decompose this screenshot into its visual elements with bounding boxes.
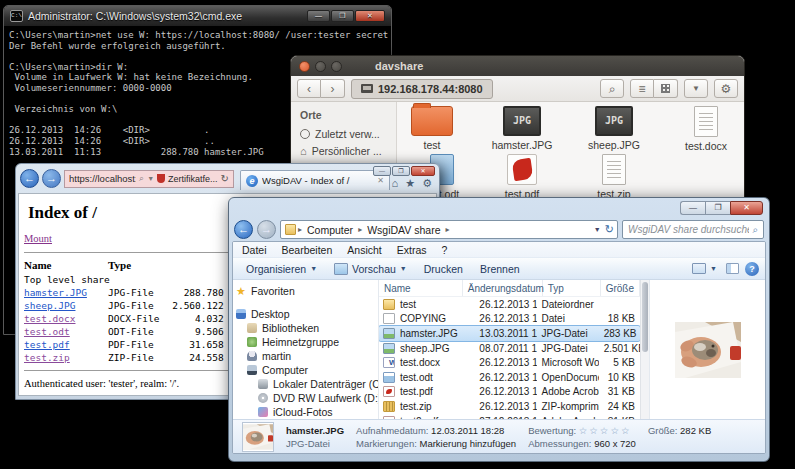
- file-row[interactable]: test.odt26.12.2013 13:55OpenDocument T..…: [379, 370, 640, 385]
- file-link[interactable]: test.zip: [24, 352, 70, 363]
- minimize-icon[interactable]: —: [680, 201, 705, 215]
- file-link[interactable]: sheep.JPG: [24, 300, 75, 311]
- minimize-icon[interactable]: —: [373, 166, 391, 176]
- cmd-titlebar[interactable]: C:\ Administrator: C:\Windows\system32\c…: [4, 6, 391, 26]
- scrollbar-thumb[interactable]: [642, 282, 648, 352]
- scrollbar[interactable]: [640, 280, 649, 419]
- list-view-button[interactable]: ≡: [630, 79, 654, 98]
- file-link[interactable]: test.docx: [24, 313, 75, 324]
- browser-tab[interactable]: e WsgiDAV - Index of / ✕: [240, 170, 390, 190]
- file-row[interactable]: COPYING26.12.2013 16:22Datei18 KB: [379, 312, 640, 327]
- preview-pane-toggle-icon[interactable]: [726, 263, 739, 274]
- file-link[interactable]: hamster.JPG: [24, 287, 87, 298]
- sidebar-item-home[interactable]: ⌂ Persönlicher ...: [300, 145, 396, 157]
- column-size[interactable]: Größe: [601, 280, 640, 296]
- chevron-down-icon[interactable]: ▼: [147, 175, 154, 182]
- file-link[interactable]: test.odt: [24, 326, 70, 337]
- breadcrumb[interactable]: ▸ Computer ▸ WsgiDAV share ▸ ▼ ↻: [280, 220, 618, 239]
- view-options-button[interactable]: ▼: [684, 79, 708, 98]
- details-rating-label: Bewertung:: [528, 425, 576, 436]
- tab-close-icon[interactable]: ✕: [377, 176, 384, 185]
- file-row[interactable]: test.pdf26.12.2013 14:19Adobe Acrobat D.…: [379, 385, 640, 400]
- print-button[interactable]: Drucken: [417, 261, 470, 277]
- grid-view-button[interactable]: [654, 79, 678, 98]
- nav-item-dvd-d[interactable]: DVD RW Laufwerk (D:): [235, 391, 376, 405]
- location-breadcrumb[interactable]: 192.168.178.44:8080: [351, 79, 493, 99]
- file-row[interactable]: test.zip26.12.2013 14:22ZIP-komprimierte…: [379, 399, 640, 414]
- gear-menu-button[interactable]: ⚙: [714, 79, 738, 98]
- close-icon[interactable]: ✕: [411, 166, 435, 176]
- back-button[interactable]: ←: [20, 169, 39, 188]
- column-type[interactable]: Typ: [543, 280, 601, 296]
- menu-datei[interactable]: Datei: [242, 244, 267, 256]
- sidebar-item-recent[interactable]: Zuletzt verw...: [300, 128, 396, 140]
- refresh-icon[interactable]: ↻: [605, 223, 614, 236]
- maximize-icon[interactable]: [331, 61, 342, 72]
- nav-item-user-martin[interactable]: martin: [235, 349, 376, 363]
- help-icon[interactable]: ?: [745, 262, 759, 276]
- file-item-test[interactable]: test: [395, 106, 469, 151]
- address-bar[interactable]: https://localhost:8080/ ⌕ ▼ Zertifikatfe…: [64, 170, 234, 188]
- close-icon[interactable]: ✕: [355, 10, 385, 22]
- nav-item-favoriten[interactable]: ★Favoriten: [235, 284, 376, 298]
- file-item-docx[interactable]: test.docx: [669, 106, 743, 152]
- column-date[interactable]: Änderungsdatum: [463, 280, 543, 296]
- file-row[interactable]: Wtest.docx26.12.2013 14:26Microsoft Word…: [379, 355, 640, 370]
- menu-bearbeiten[interactable]: Bearbeiten: [282, 244, 333, 256]
- organize-button[interactable]: Organisieren▼: [239, 261, 324, 277]
- breadcrumb-wsgidav-share[interactable]: WsgiDAV share: [364, 224, 443, 236]
- menu-extras[interactable]: Extras: [397, 244, 427, 256]
- file-item-pdf[interactable]: test.pdf: [485, 154, 559, 200]
- file-row[interactable]: test26.12.2013 15:21Dateiordner: [379, 297, 640, 312]
- close-icon[interactable]: [299, 61, 310, 72]
- nav-item-desktop[interactable]: Desktop: [235, 307, 376, 321]
- refresh-icon[interactable]: ↻: [221, 173, 229, 184]
- file-row[interactable]: sheep.JPG08.07.2011 18:52JPG-Datei2.501 …: [379, 341, 640, 356]
- nav-item-drive-c[interactable]: Lokaler Datenträger (C:): [235, 377, 376, 391]
- chevron-down-icon[interactable]: ▼: [594, 226, 601, 233]
- change-view-button[interactable]: ▼: [689, 261, 720, 276]
- nav-item-icloud-fotos[interactable]: iCloud-Fotos: [235, 405, 376, 419]
- column-headers[interactable]: Name Änderungsdatum Typ Größe: [379, 280, 640, 297]
- favorites-star-icon[interactable]: ★: [405, 177, 415, 190]
- minimize-icon[interactable]: —: [307, 10, 330, 22]
- nav-item-computer[interactable]: Computer: [235, 363, 376, 377]
- preview-button[interactable]: Vorschau▼: [327, 261, 414, 277]
- back-button[interactable]: ‹: [297, 79, 321, 98]
- nautilus-titlebar[interactable]: davshare: [291, 56, 744, 76]
- back-button[interactable]: ←: [234, 220, 253, 239]
- explorer-titlebar[interactable]: — ❐ ✕: [232, 198, 766, 218]
- menu-hilfe[interactable]: ?: [442, 244, 448, 256]
- maximize-icon[interactable]: ❐: [331, 10, 354, 22]
- nav-item-heimnetzgruppe[interactable]: Heimnetzgruppe: [235, 335, 376, 349]
- search-button[interactable]: ⌕: [600, 79, 624, 98]
- details-tags-value[interactable]: Markierung hinzufügen: [419, 438, 516, 449]
- search-box[interactable]: WsgiDAV share durchsuchen ⌕: [622, 220, 764, 239]
- file-item-sheep[interactable]: JPG sheep.JPG: [577, 106, 651, 151]
- rating-stars-icon[interactable]: ☆☆☆☆☆: [579, 425, 632, 436]
- maximize-icon[interactable]: ❐: [392, 166, 410, 176]
- burn-button[interactable]: Brennen: [473, 261, 527, 277]
- file-item-zip[interactable]: test.zip: [577, 154, 651, 200]
- breadcrumb-computer[interactable]: Computer: [304, 224, 356, 236]
- certificate-error-shield-icon[interactable]: [157, 174, 165, 183]
- menu-ansicht[interactable]: Ansicht: [347, 244, 381, 256]
- mount-link[interactable]: Mount: [24, 233, 52, 244]
- minimize-icon[interactable]: [315, 61, 326, 72]
- forward-button[interactable]: →: [42, 169, 61, 188]
- home-icon[interactable]: ⌂: [392, 177, 399, 190]
- column-name[interactable]: Name: [379, 280, 463, 296]
- search-icon[interactable]: ⌕: [139, 173, 144, 184]
- gear-icon[interactable]: ⚙: [422, 177, 432, 190]
- file-row-selected[interactable]: hamster.JPG13.03.2011 11:13JPG-Datei283 …: [379, 326, 640, 341]
- forward-button[interactable]: →: [257, 220, 276, 239]
- forward-button[interactable]: ›: [321, 79, 345, 98]
- nav-item-bibliotheken[interactable]: Bibliotheken: [235, 321, 376, 335]
- certificate-error-text[interactable]: Zertifikatfe...: [168, 174, 218, 184]
- maximize-icon[interactable]: ❐: [705, 201, 730, 215]
- url-text[interactable]: https://localhost:8080/: [69, 173, 136, 184]
- search-icon[interactable]: ⌕: [752, 224, 758, 236]
- file-link[interactable]: test.pdf: [24, 339, 70, 350]
- file-item-hamster[interactable]: JPG hamster.JPG: [485, 106, 559, 151]
- close-icon[interactable]: ✕: [730, 201, 763, 215]
